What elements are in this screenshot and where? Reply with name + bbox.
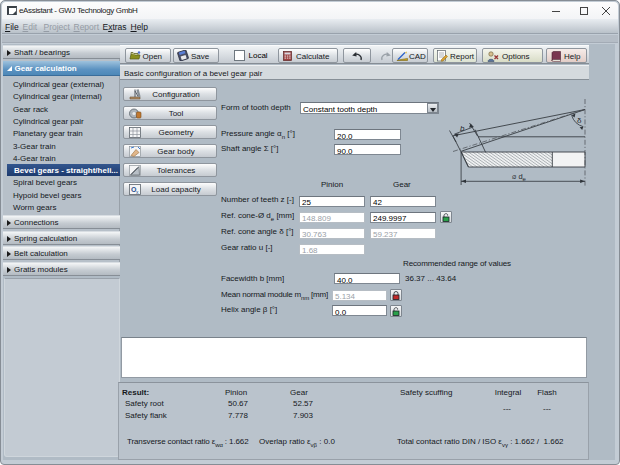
svg-text:δ: δ — [577, 116, 582, 125]
svg-text:b: b — [460, 124, 465, 133]
svg-text:e: e — [523, 176, 527, 182]
svg-text:⌀ d: ⌀ d — [512, 172, 523, 181]
